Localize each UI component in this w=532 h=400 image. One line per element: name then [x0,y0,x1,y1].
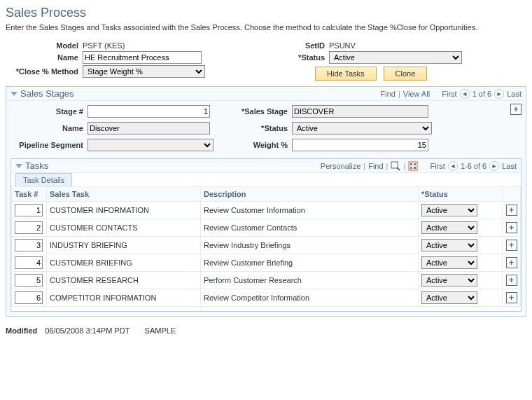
stage-num-label: Stage # [10,107,88,116]
tasks-find-link[interactable]: Find [368,162,383,170]
stages-first-link[interactable]: First [442,90,456,98]
sales-task-cell: CUSTOMER RESEARCH [47,272,201,289]
svg-rect-5 [410,167,412,169]
stage-num-input[interactable] [88,105,210,118]
col-task-num[interactable]: Task # [12,187,47,202]
modified-user: SAMPLE [145,326,176,335]
stage-name-input[interactable] [88,122,210,135]
table-row: CUSTOMER BRIEFINGReview Customer Briefin… [12,254,521,272]
zoom-icon[interactable] [391,161,400,171]
task-num-input[interactable] [15,274,43,287]
close-method-label: Close % Method [6,67,83,76]
add-row-button[interactable]: + [506,222,517,233]
prev-icon[interactable]: ◄ [460,89,470,99]
task-desc-cell: Perform Customer Research [201,272,419,289]
task-details-tab[interactable]: Task Details [15,173,72,186]
sales-task-cell: COMPETITOR INFORMATION [47,289,201,307]
stages-viewall-link[interactable]: View All [403,90,430,98]
setid-label: SetID [280,41,329,50]
top-form: Model PSFT (KES) Name Close % Method Sta… [6,40,526,81]
stages-last-link[interactable]: Last [507,90,522,98]
clone-button[interactable]: Clone [384,67,428,81]
sales-task-cell: CUSTOMER BRIEFING [47,254,201,272]
tasks-title: Tasks [25,160,48,171]
col-description[interactable]: Description [201,187,419,202]
stages-find-link[interactable]: Find [381,90,396,98]
pipeline-select[interactable] [88,139,214,151]
task-status-select[interactable]: Active [421,204,477,216]
weight-label: Weight % [229,141,292,149]
add-row-button[interactable]: + [506,240,517,251]
task-num-input[interactable] [15,256,43,269]
sales-task-cell: CUSTOMER CONTACTS [47,219,201,237]
sales-stages-group: Sales Stages Find | View All First ◄ 1 o… [6,86,526,317]
sep: | [398,90,400,98]
next-icon[interactable]: ► [494,89,504,99]
collapse-icon[interactable] [10,92,18,96]
add-row-button[interactable]: + [506,275,517,286]
task-num-input[interactable] [15,291,43,304]
tasks-group: Tasks Personalize | Find | | First ◄ 1-6… [10,158,522,312]
task-desc-cell: Review Industry Briefings [201,237,419,254]
tasks-collapse-icon[interactable] [15,164,22,168]
page-description: Enter the Sales Stages and Tasks associa… [6,23,526,32]
name-input[interactable] [83,51,202,64]
task-desc-cell: Review Competitor Information [201,289,419,307]
status-label: Status [280,53,329,62]
status-select[interactable]: Active [329,51,462,64]
sales-stages-title: Sales Stages [20,88,74,99]
svg-rect-2 [409,162,417,170]
sales-task-cell: CUSTOMER INFORMATION [47,202,201,219]
col-status[interactable]: *Status [419,187,503,202]
stage-status-select[interactable]: Active [292,122,432,135]
add-stage-button[interactable]: + [510,104,522,115]
task-num-input[interactable] [15,204,43,216]
task-status-select[interactable]: Active [421,221,477,234]
table-row: CUSTOMER RESEARCHPerform Customer Resear… [12,272,521,289]
stages-range: 1 of 6 [472,90,492,98]
stage-name-label: Name [10,124,88,132]
footer: Modified 06/05/2008 3:14PM PDT SAMPLE [6,326,526,335]
tasks-next-icon[interactable]: ► [489,161,499,171]
svg-rect-0 [391,162,398,168]
task-desc-cell: Review Customer Contacts [201,219,419,237]
page-title: Sales Process [6,6,526,20]
svg-rect-3 [410,163,412,165]
stage-status-label: Status [229,124,292,132]
task-status-select[interactable]: Active [421,274,477,287]
hide-tasks-button[interactable]: Hide Tasks [315,67,377,81]
modified-label: Modified [6,326,37,335]
tasks-last-link[interactable]: Last [502,162,517,170]
tasks-personalize-link[interactable]: Personalize [321,162,360,170]
tasks-first-link[interactable]: First [430,162,445,170]
setid-value: PSUNV [329,41,356,50]
add-row-button[interactable]: + [506,257,517,268]
task-num-input[interactable] [15,221,43,234]
task-status-select[interactable]: Active [421,256,477,269]
add-row-button[interactable]: + [506,292,517,303]
task-status-select[interactable]: Active [421,239,477,251]
name-label: Name [6,53,83,62]
tasks-table: Task # Sales Task Description *Status CU… [11,186,521,307]
weight-input[interactable] [292,139,428,151]
add-row-button[interactable]: + [506,205,517,216]
tasks-prev-icon[interactable]: ◄ [448,161,458,171]
svg-line-1 [397,167,400,170]
modified-datetime: 06/05/2008 3:14PM PDT [45,326,130,335]
tasks-range: 1-6 of 6 [461,162,486,170]
pipeline-label: Pipeline Segment [10,141,88,149]
model-label: Model [6,41,83,50]
table-row: COMPETITOR INFORMATIONReview Competitor … [12,289,521,307]
task-status-select[interactable]: Active [421,291,477,304]
sales-task-cell: INDUSTRY BRIEFING [47,237,201,254]
svg-rect-6 [414,167,416,169]
close-method-select[interactable]: Stage Weight % [83,65,205,78]
download-icon[interactable] [408,161,418,171]
sales-stage-input[interactable] [292,105,428,118]
task-desc-cell: Review Customer Briefing [201,254,419,272]
model-value: PSFT (KES) [83,41,125,50]
svg-rect-4 [414,163,416,165]
task-num-input[interactable] [15,239,43,251]
col-sales-task[interactable]: Sales Task [47,187,201,202]
table-row: CUSTOMER INFORMATIONReview Customer Info… [12,202,521,219]
